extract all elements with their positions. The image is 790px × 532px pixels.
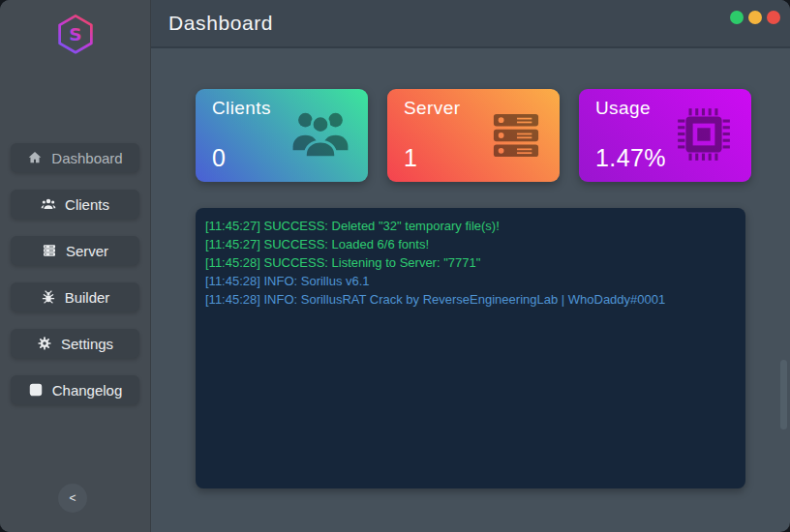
card-value: 0 (212, 144, 226, 172)
changelog-icon (28, 382, 44, 398)
minimize-dot-green[interactable] (730, 11, 744, 24)
dashboard-content: Clients (151, 48, 790, 532)
sidebar-item-server[interactable]: Server (11, 236, 139, 265)
header-bar: Dashboard (151, 0, 790, 48)
hexagon-s-logo-icon: S (55, 12, 96, 60)
sidebar-nav: Dashboard Clients Server (0, 143, 150, 404)
sidebar-item-label: Settings (61, 336, 113, 352)
log-line: [11:45:27] SUCCESS: Loaded 6/6 fonts! (205, 235, 736, 253)
app-window: S Dashboard Clients Ser (0, 0, 790, 532)
sidebar-item-builder[interactable]: Builder (11, 282, 139, 311)
collapse-chevron-icon: < (69, 491, 76, 505)
page-title: Dashboard (168, 12, 273, 35)
scrollbar-thumb[interactable] (780, 360, 787, 429)
app-logo: S (0, 0, 150, 60)
maximize-dot-yellow[interactable] (748, 11, 762, 24)
sidebar-item-label: Dashboard (51, 150, 122, 166)
sidebar: S Dashboard Clients Ser (0, 0, 151, 532)
server-stat-card: Server (387, 89, 560, 182)
log-line: [11:45:28] INFO: SorillusRAT Crack by Re… (205, 290, 736, 309)
log-console[interactable]: [11:45:27] SUCCESS: Deleted "32" tempora… (196, 208, 745, 488)
bug-icon (41, 289, 56, 305)
sidebar-item-label: Builder (65, 289, 110, 306)
gear-icon (37, 336, 52, 351)
main-area: Dashboard Clients (151, 0, 790, 532)
log-line: [11:45:28] SUCCESS: Listening to Server:… (205, 253, 736, 272)
window-controls (730, 11, 780, 24)
chip-icon (674, 104, 734, 164)
sidebar-item-changelog[interactable]: Changelog (11, 375, 139, 404)
sidebar-item-label: Clients (65, 196, 109, 213)
log-line: [11:45:27] SUCCESS: Deleted "32" tempora… (205, 217, 736, 235)
server-stack-icon (492, 112, 540, 159)
server-icon (42, 243, 57, 258)
sidebar-collapse-button[interactable]: < (58, 484, 87, 513)
stat-cards-row: Clients (151, 48, 790, 182)
log-line: [11:45:28] INFO: Sorillus v6.1 (205, 272, 736, 290)
sidebar-item-label: Server (66, 243, 108, 259)
card-title: Usage (595, 98, 651, 119)
card-value: 1 (404, 144, 417, 172)
card-title: Clients (212, 98, 271, 119)
close-dot-red[interactable] (767, 11, 780, 24)
svg-text:S: S (69, 24, 81, 44)
card-title: Server (404, 98, 460, 119)
sidebar-item-clients[interactable]: Clients (11, 190, 139, 219)
sidebar-item-settings[interactable]: Settings (11, 329, 139, 358)
sidebar-item-dashboard[interactable]: Dashboard (11, 143, 139, 172)
clients-stat-card: Clients (196, 89, 368, 182)
usage-stat-card: Usage (579, 89, 751, 182)
home-icon (27, 150, 43, 165)
users-icon (41, 196, 56, 212)
users-group-icon (289, 104, 352, 159)
card-value: 1.47% (595, 144, 666, 172)
sidebar-item-label: Changelog (52, 382, 123, 399)
